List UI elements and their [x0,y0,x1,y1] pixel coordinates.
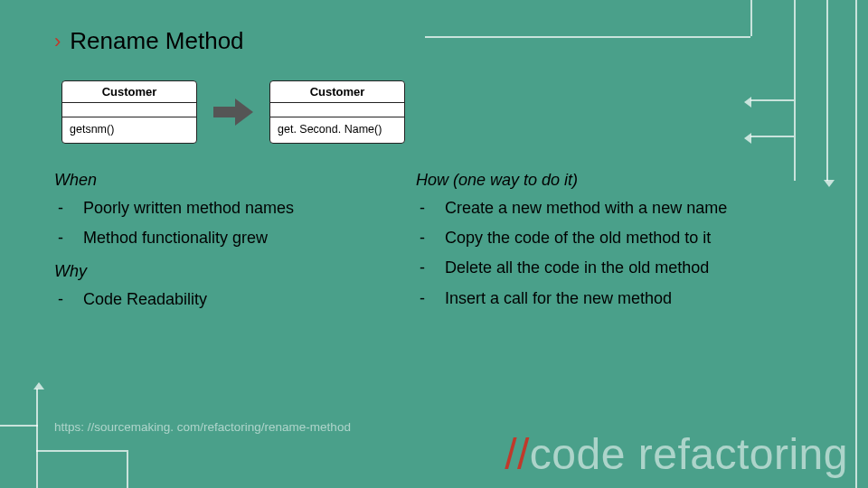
slide: › Rename Method Customer getsnm() Custom… [0,0,868,488]
uml-after-attrs [270,103,404,117]
uml-before-header: Customer [62,81,196,103]
list-item: -Method functionality grew [58,227,380,249]
list-item: -Code Readability [58,288,380,311]
uml-before-method: getsnm() [62,117,196,143]
uml-before-attrs [62,103,196,117]
title-bullet-icon: › [54,30,61,53]
left-column: When -Poorly written method names -Metho… [54,165,380,319]
why-item-0: Code Readability [83,288,207,311]
how-item-2: Delete all the code in the old method [445,257,709,279]
right-column: How (one way to do it) -Create a new met… [416,165,814,319]
how-heading: How (one way to do it) [416,171,814,190]
watermark-text: code refactoring [530,430,848,478]
list-item: -Insert a call for the new method [420,287,814,310]
how-item-0: Create a new method with a new name [445,197,727,220]
why-heading: Why [54,262,380,281]
uml-box-after: Customer get. Second. Name() [269,80,405,144]
title-row: › Rename Method [54,27,814,55]
when-item-1: Method functionality grew [83,227,268,249]
when-heading: When [54,171,380,190]
source-url: https: //sourcemaking. com/refactoring/r… [54,420,351,434]
how-item-1: Copy the code of the old method to it [445,227,711,249]
how-item-3: Insert a call for the new method [445,287,672,310]
list-item: -Copy the code of the old method to it [420,227,814,249]
uml-diagram: Customer getsnm() Customer get. Second. … [61,80,814,144]
content-columns: When -Poorly written method names -Metho… [54,165,814,319]
uml-after-method: get. Second. Name() [270,117,404,143]
list-item: -Create a new method with a new name [420,197,814,220]
list-item: -Delete all the code in the old method [420,257,814,279]
uml-box-before: Customer getsnm() [61,80,197,144]
watermark-slashes: // [505,430,530,478]
arrow-right-icon [213,99,253,126]
page-title: Rename Method [70,27,243,55]
watermark: //code refactoring [505,429,848,479]
when-item-0: Poorly written method names [83,197,294,220]
list-item: -Poorly written method names [58,197,380,220]
uml-after-header: Customer [270,81,404,103]
